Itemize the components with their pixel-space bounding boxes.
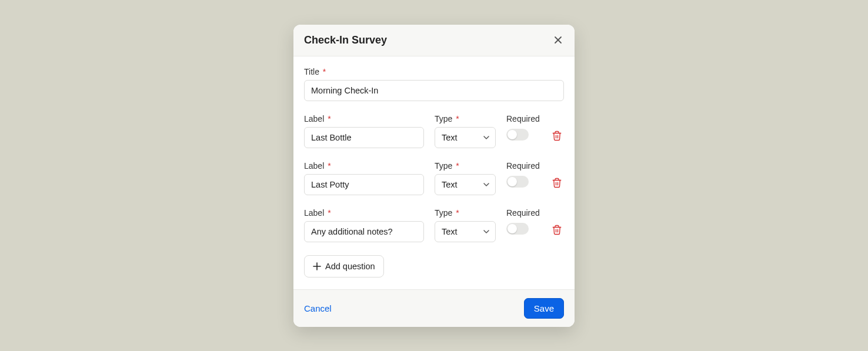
- required-mark: *: [328, 114, 330, 123]
- question-type-select[interactable]: Text: [435, 221, 496, 242]
- required-toggle[interactable]: [506, 223, 529, 235]
- required-toggle[interactable]: [506, 176, 529, 188]
- question-required-col: Required: [506, 114, 540, 143]
- delete-question-button[interactable]: [550, 176, 563, 189]
- label-heading: Label *: [304, 114, 424, 123]
- question-type-select[interactable]: Text: [435, 127, 496, 148]
- save-button[interactable]: Save: [524, 298, 564, 319]
- modal-footer: Cancel Save: [293, 289, 575, 327]
- required-heading: Required: [506, 114, 540, 123]
- type-heading-text: Type: [435, 208, 452, 218]
- required-heading: Required: [506, 208, 540, 218]
- title-label-text: Title: [304, 67, 319, 76]
- question-row: Label * Type * Text: [304, 114, 564, 148]
- add-question-label: Add question: [325, 262, 375, 271]
- question-required-col: Required: [506, 208, 540, 237]
- add-question-button[interactable]: Add question: [304, 255, 384, 278]
- label-heading: Label *: [304, 208, 424, 218]
- question-delete-col: [550, 161, 563, 189]
- question-label-col: Label *: [304, 161, 424, 195]
- question-row: Label * Type * Text: [304, 208, 564, 242]
- type-select-wrap: Text: [435, 221, 496, 242]
- title-label: Title *: [304, 67, 564, 76]
- required-mark: *: [323, 67, 326, 76]
- close-icon: [553, 35, 563, 45]
- type-heading: Type *: [435, 161, 496, 171]
- check-in-survey-modal: Check-In Survey Title * Label *: [293, 25, 575, 327]
- trash-icon: [552, 225, 562, 235]
- modal-body: Title * Label * Type * T: [293, 56, 575, 289]
- required-mark: *: [456, 114, 459, 123]
- type-heading-text: Type: [435, 114, 452, 123]
- question-required-col: Required: [506, 161, 540, 190]
- type-heading: Type *: [435, 114, 496, 123]
- question-label-input[interactable]: [304, 127, 424, 148]
- required-mark: *: [328, 208, 330, 218]
- required-heading: Required: [506, 161, 540, 171]
- type-value: Text: [442, 133, 458, 142]
- required-mark: *: [456, 161, 459, 171]
- delete-question-button[interactable]: [550, 129, 563, 142]
- required-toggle[interactable]: [506, 129, 529, 141]
- title-field-group: Title *: [304, 67, 564, 101]
- delete-question-button[interactable]: [550, 223, 563, 236]
- type-heading: Type *: [435, 208, 496, 218]
- question-delete-col: [550, 114, 563, 142]
- question-type-col: Type * Text: [435, 161, 496, 195]
- required-mark: *: [456, 208, 459, 218]
- question-label-input[interactable]: [304, 221, 424, 242]
- title-input[interactable]: [304, 80, 564, 101]
- label-heading: Label *: [304, 161, 424, 171]
- question-type-col: Type * Text: [435, 208, 496, 242]
- type-select-wrap: Text: [435, 127, 496, 148]
- close-button[interactable]: [552, 34, 564, 46]
- question-type-select[interactable]: Text: [435, 174, 496, 195]
- plus-icon: [313, 262, 321, 270]
- trash-icon: [552, 178, 562, 188]
- question-type-col: Type * Text: [435, 114, 496, 148]
- type-value: Text: [442, 227, 458, 236]
- question-delete-col: [550, 208, 563, 236]
- question-row: Label * Type * Text: [304, 161, 564, 195]
- modal-title: Check-In Survey: [304, 34, 387, 46]
- question-label-col: Label *: [304, 114, 424, 148]
- cancel-button[interactable]: Cancel: [304, 301, 332, 316]
- type-heading-text: Type: [435, 161, 452, 171]
- type-select-wrap: Text: [435, 174, 496, 195]
- question-label-input[interactable]: [304, 174, 424, 195]
- trash-icon: [552, 131, 562, 141]
- modal-header: Check-In Survey: [293, 25, 575, 56]
- type-value: Text: [442, 180, 458, 189]
- question-label-col: Label *: [304, 208, 424, 242]
- required-mark: *: [328, 161, 330, 171]
- label-heading-text: Label: [304, 208, 324, 218]
- label-heading-text: Label: [304, 114, 324, 123]
- label-heading-text: Label: [304, 161, 324, 171]
